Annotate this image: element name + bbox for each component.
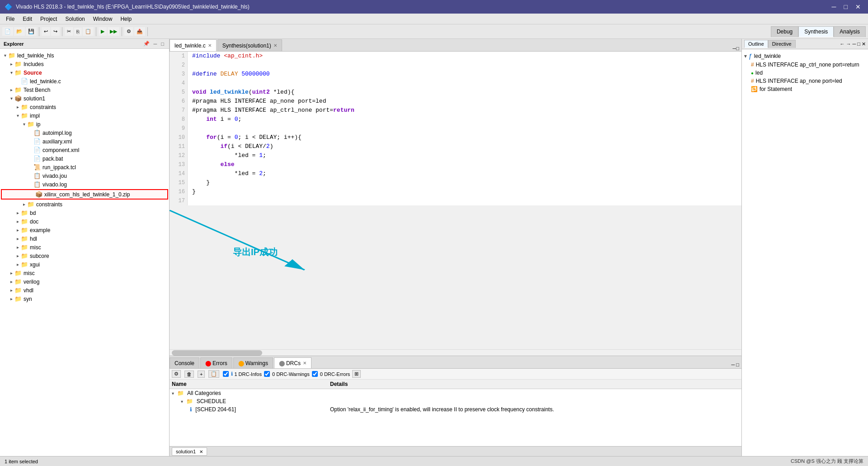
tree-item-constraints2[interactable]: ▸📁constraints	[0, 200, 169, 209]
tree-item-led_twinkle_hls[interactable]: ▾📁led_twinkle_hls	[0, 51, 169, 60]
tree-item-hdl[interactable]: ▸📁hdl	[0, 234, 169, 243]
new-file-button[interactable]: 📄	[2, 27, 13, 36]
directive-tab[interactable]: Directive	[768, 40, 796, 48]
tree-item-vivado_log[interactable]: 📋vivado.log	[0, 180, 169, 189]
tree-item-verilog[interactable]: ▸📁verilog	[0, 277, 169, 286]
close-button[interactable]: ✕	[853, 3, 863, 10]
tree-item-autoimpl_log[interactable]: 📋autoimpl.log	[0, 128, 169, 137]
tree-item-led_twinkle_c_src[interactable]: 📄led_twinkle.c	[0, 77, 169, 86]
minimize-button[interactable]: ─	[829, 3, 839, 10]
tab-led-twinkle-c[interactable]: led_twinkle.c ✕	[170, 39, 217, 51]
solution-tab-close[interactable]: ✕	[199, 449, 203, 454]
outline-for[interactable]: 🔁 for Statement	[742, 85, 868, 93]
editor-tab-bar: led_twinkle.c ✕ Synthesis(solution1) ✕ ─…	[170, 39, 741, 52]
tree-item-example[interactable]: ▸📁example	[0, 226, 169, 234]
bottom-panel-minimize[interactable]: ─	[731, 362, 735, 367]
tab-close-icon2[interactable]: ✕	[274, 43, 277, 48]
copy-button[interactable]: ⎘	[74, 28, 82, 36]
tree-item-component_xml[interactable]: 📄component.xml	[0, 146, 169, 154]
tab-console[interactable]: Console	[170, 357, 199, 368]
synth-button[interactable]: ⚙	[124, 27, 133, 36]
tree-item-xgui[interactable]: ▸📁xgui	[0, 260, 169, 269]
outline-tab[interactable]: Outline	[744, 40, 768, 48]
drc-row-sched-item[interactable]: ℹ [SCHED 204-61] Option 'relax_ii_for_ti…	[170, 405, 741, 414]
menu-edit[interactable]: Edit	[19, 15, 36, 23]
tree-item-source[interactable]: ▾📁Source	[0, 68, 169, 77]
tree-item-syn[interactable]: ▸📁syn	[0, 295, 169, 303]
tab-errors[interactable]: ⬤ Errors	[200, 357, 232, 368]
open-button[interactable]: 📂	[14, 27, 25, 36]
drc-toolbar-btn4[interactable]: 📋	[208, 370, 219, 378]
drcs-close-icon[interactable]: ✕	[303, 361, 307, 366]
export-button[interactable]: 📤	[134, 27, 145, 36]
tab-drcs[interactable]: ⬤ DRCs ✕	[274, 357, 311, 368]
pin-button[interactable]: 📌	[142, 40, 151, 47]
tree-item-ip[interactable]: ▾📁ip	[0, 120, 169, 128]
run-button[interactable]: ▶	[99, 27, 107, 36]
tree-item-run_ippack_tcl[interactable]: 📜run_ippack.tcl	[0, 163, 169, 171]
drc-toolbar-btn3[interactable]: +	[198, 371, 205, 378]
tree-icon-folder: 📁	[21, 104, 28, 110]
tree-item-subcore[interactable]: ▸📁subcore	[0, 252, 169, 260]
menu-window[interactable]: Window	[90, 15, 116, 23]
undo-button[interactable]: ↩	[42, 27, 50, 36]
solution-tab[interactable]: solution1 ✕	[172, 447, 207, 456]
drc-info-checkbox[interactable]	[223, 371, 229, 377]
menu-project[interactable]: Project	[37, 15, 61, 23]
run2-button[interactable]: ▶▶	[108, 27, 119, 36]
tree-item-includes[interactable]: ▸📁Includes	[0, 60, 169, 68]
outline-pragma1[interactable]: # HLS INTERFACE ap_ctrl_none port=return	[742, 61, 868, 69]
right-panel-minimize[interactable]: ─	[853, 41, 856, 47]
right-panel-maximize[interactable]: □	[857, 41, 860, 47]
editor-maximize-btn[interactable]: □	[736, 46, 739, 51]
tree-item-impl[interactable]: ▾📁impl	[0, 111, 169, 120]
tree-item-auxiliary_xml[interactable]: 📄auxiliary.xml	[0, 137, 169, 146]
right-panel-close[interactable]: ✕	[862, 41, 866, 47]
tree-item-vivado_jou[interactable]: 📋vivado.jou	[0, 171, 169, 180]
tree-item-misc[interactable]: ▸📁misc	[0, 243, 169, 252]
drc-toolbar-btn1[interactable]: ⚙	[172, 370, 181, 378]
outline-led-twinkle[interactable]: ▾ ƒ led_twinkle	[742, 52, 868, 61]
tree-toggle-hdl: ▸	[14, 236, 21, 241]
outline-led-var[interactable]: ● led	[742, 69, 868, 77]
drc-row-all[interactable]: ▾ 📁 All Categories	[170, 389, 741, 397]
menu-help[interactable]: Help	[117, 15, 135, 23]
redo-button[interactable]: ↪	[51, 27, 60, 36]
right-panel-nav-back[interactable]: ←	[840, 41, 845, 47]
maximize-button[interactable]: □	[841, 3, 850, 10]
tab-debug[interactable]: Debug	[771, 26, 798, 37]
tree-item-constraints[interactable]: ▸📁constraints	[0, 103, 169, 111]
paste-button[interactable]: 📋	[83, 27, 94, 36]
tree-item-bd[interactable]: ▸📁bd	[0, 209, 169, 217]
tab-synthesis[interactable]: Synthesis	[798, 26, 834, 37]
tab-close-icon[interactable]: ✕	[208, 43, 212, 48]
tree-icon-folder: 📁	[21, 235, 28, 242]
tab-synthesis-solution1[interactable]: Synthesis(solution1) ✕	[217, 39, 282, 51]
drc-table-btn[interactable]: ⊞	[352, 370, 361, 378]
minimize-panel-button[interactable]: ─	[152, 40, 159, 47]
tree-item-testbench[interactable]: ▸📁Test Bench	[0, 86, 169, 94]
tree-item-solution1[interactable]: ▾📦solution1	[0, 94, 169, 103]
tree-item-xilinx_zip[interactable]: 📦xilinx_com_hls_led_twinkle_1_0.zip	[1, 189, 168, 200]
editor-scrollbar[interactable]	[170, 349, 741, 356]
code-editor[interactable]: 1234567891011121314151617 #include <ap_c…	[170, 52, 741, 205]
menu-solution[interactable]: Solution	[61, 15, 88, 23]
tab-warnings[interactable]: ⬤ Warnings	[233, 357, 273, 368]
bottom-panel-maximize[interactable]: □	[736, 362, 739, 367]
tree-item-misc2[interactable]: ▸📁misc	[0, 269, 169, 277]
drc-row-schedule[interactable]: ▾ 📁 SCHEDULE	[170, 397, 741, 405]
drc-warning-checkbox[interactable]	[264, 371, 270, 377]
save-button[interactable]: 💾	[26, 27, 37, 36]
right-panel-nav-fwd[interactable]: →	[846, 41, 851, 47]
tree-item-doc[interactable]: ▸📁doc	[0, 217, 169, 226]
drc-toolbar-btn2[interactable]: 🗑	[184, 371, 194, 378]
tab-analysis[interactable]: Analysis	[834, 26, 866, 37]
cut-button[interactable]: ✂	[65, 27, 73, 36]
outline-pragma2[interactable]: # HLS INTERFACE ap_none port=led	[742, 77, 868, 85]
tree-item-vhdl[interactable]: ▸📁vhdl	[0, 286, 169, 295]
drc-error-checkbox[interactable]	[312, 371, 318, 377]
maximize-panel-button[interactable]: □	[160, 40, 165, 47]
menu-file[interactable]: File	[2, 15, 18, 23]
editor-minimize-btn[interactable]: ─	[733, 46, 736, 51]
tree-item-pack_bat[interactable]: 📄pack.bat	[0, 154, 169, 163]
